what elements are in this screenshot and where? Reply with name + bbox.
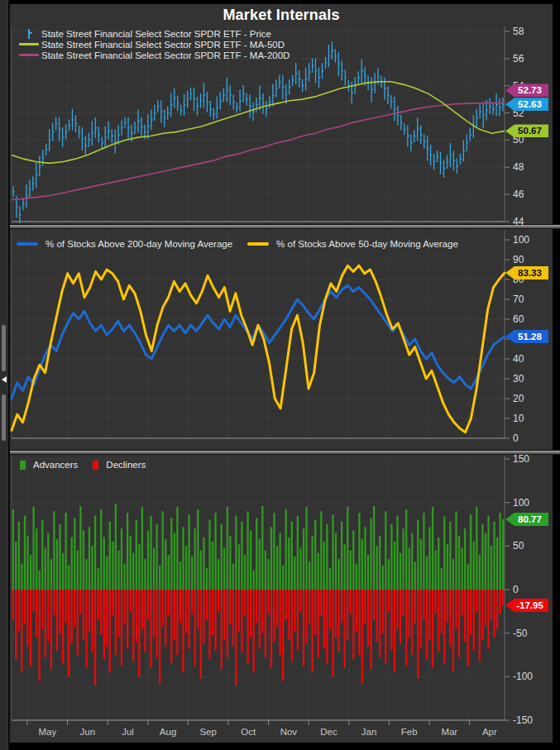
y-axis-tick: -50 [513, 628, 527, 639]
y-axis-tick: 0 [513, 584, 519, 595]
x-axis-month-label: Aug [160, 727, 176, 737]
x-axis-month-label: Oct [241, 727, 256, 737]
x-axis-month-label: Feb [401, 727, 418, 737]
legend-label: State Street Financial Select Sector SPD… [41, 50, 290, 60]
panel-splitter-2[interactable] [8, 450, 560, 455]
x-axis-month-label: Sep [199, 727, 216, 737]
y-axis-tick: 44 [513, 216, 524, 227]
ma50-line-icon [19, 43, 39, 45]
market-internals-window: Market Internals State Street Financial … [0, 0, 560, 750]
y-axis-tick: 30 [513, 373, 524, 385]
legend-item-decliners[interactable]: Decliners [93, 460, 146, 470]
x-axis-month-label: Apr [482, 727, 497, 737]
pct200-line-icon [17, 242, 38, 246]
legend-label: % of Stocks Above 50-day Moving Average [276, 239, 458, 249]
legend-item-pct200[interactable]: % of Stocks Above 200-day Moving Average [17, 239, 232, 249]
y-axis-tick: 40 [513, 353, 524, 365]
tag-price-last: 52.63 [505, 98, 548, 111]
legend-item-pct50[interactable]: % of Stocks Above 50-day Moving Average [247, 239, 458, 249]
x-axis-month-label: Nov [280, 727, 297, 737]
legend-item-ma200[interactable]: State Street Financial Select Sector SPD… [17, 50, 290, 60]
pct50-line-icon [247, 242, 269, 246]
tag-pct200-last: 51.28 [505, 330, 548, 343]
legend-label: State Street Financial Select Sector SPD… [41, 40, 285, 50]
x-axis-month-label: Jul [122, 727, 134, 737]
legend-item-price[interactable]: State Street Financial Select Sector SPD… [17, 28, 290, 39]
tag-ma200-last: 52.73 [505, 84, 548, 97]
collapse-arrow-icon[interactable] [2, 376, 7, 383]
legend-label: Advancers [33, 460, 78, 470]
x-axis-month-label: Jan [361, 727, 377, 737]
legend-label: State Street Financial Select Sector SPD… [41, 29, 271, 39]
y-axis-tick: 58 [513, 26, 524, 37]
ma200-line-icon [19, 54, 39, 56]
chart-title: Market Internals [10, 7, 553, 24]
legend-label: Decliners [106, 460, 146, 470]
panel-splitter-1[interactable] [8, 224, 560, 229]
splitter-handle-top[interactable] [2, 325, 6, 371]
tag-advancers-last: 80.77 [505, 513, 548, 526]
tag-pct50-last: 83.33 [505, 266, 548, 279]
y-axis-tick: 0 [513, 432, 519, 444]
chart-canvas [0, 0, 560, 750]
y-axis-tick: 56 [513, 53, 524, 64]
y-axis-tick: 150 [513, 453, 529, 465]
tag-ma50-last: 50.67 [505, 124, 548, 137]
x-axis-month-label: Jun [80, 727, 96, 737]
y-axis-tick: 100 [513, 497, 529, 509]
y-axis-tick: 70 [513, 294, 524, 305]
advance-decline-legend: Advancers Decliners [20, 460, 160, 470]
tag-decliners-last: -17.95 [505, 599, 548, 612]
price-legend: State Street Financial Select Sector SPD… [17, 28, 290, 60]
legend-label: % of Stocks Above 200-day Moving Average [45, 239, 232, 249]
y-axis-tick: 10 [513, 413, 524, 424]
y-axis-tick: 46 [513, 189, 524, 200]
y-axis-tick: 60 [513, 313, 524, 325]
y-axis-tick: 50 [513, 540, 524, 552]
percent-legend: % of Stocks Above 200-day Moving Average… [17, 239, 473, 249]
y-axis-tick: 90 [513, 254, 524, 265]
x-axis-month-label: Mar [441, 727, 457, 737]
decliners-bar-icon [93, 461, 98, 470]
y-axis-tick: 20 [513, 393, 524, 404]
price-series-icon [24, 29, 34, 39]
y-axis-tick: 100 [513, 234, 529, 246]
x-axis-month-label: May [38, 727, 56, 737]
legend-item-ma50[interactable]: State Street Financial Select Sector SPD… [17, 39, 290, 50]
y-axis-tick: 48 [513, 161, 524, 173]
advancers-bar-icon [20, 461, 26, 470]
y-axis-tick: -100 [513, 671, 533, 682]
y-axis-tick: -150 [513, 714, 533, 726]
left-panel-strip [0, 0, 10, 750]
x-axis-month-label: Dec [320, 727, 337, 737]
legend-item-advancers[interactable]: Advancers [20, 460, 78, 470]
splitter-handle-bottom[interactable] [2, 394, 6, 441]
